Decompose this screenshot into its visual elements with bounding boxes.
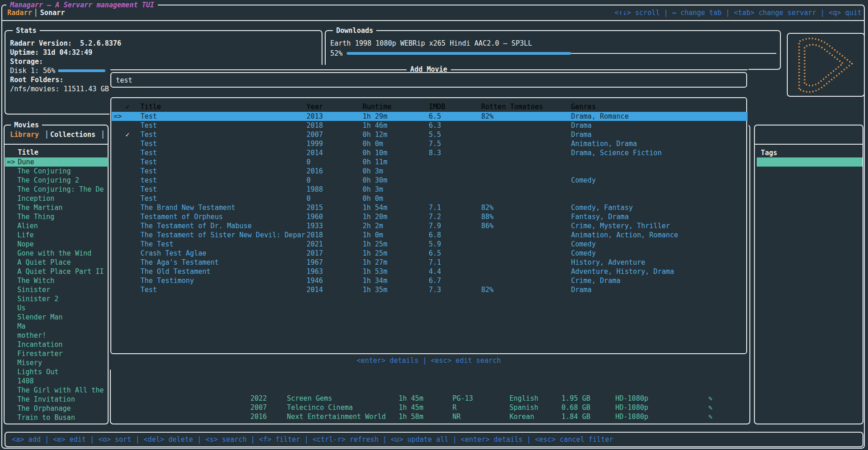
search-result-row[interactable]: Test00h 0m: [111, 194, 746, 203]
search-result-row[interactable]: Crash Test Aglae20171h 25m6.5Comedy: [111, 249, 746, 258]
result-cell-rotten_tomatoes: 88%: [481, 212, 494, 221]
movie-list-item[interactable]: Nope: [5, 240, 108, 249]
search-result-row[interactable]: The Aga's Testament19671h 27m7.1History,…: [111, 258, 746, 267]
movie-list-item[interactable]: The Conjuring: [5, 167, 108, 176]
result-cell-genres: Crime, Mystery, Thriller: [571, 221, 670, 230]
search-result-row[interactable]: Test20160h 3m: [111, 167, 746, 176]
movie-list-item[interactable]: 1408: [5, 377, 108, 386]
result-cell-imdb: 7.2: [429, 212, 441, 221]
tab-library[interactable]: Library: [10, 130, 39, 139]
download-progress-track: [571, 53, 776, 54]
movie-list-item[interactable]: A Quiet Place: [5, 258, 108, 267]
library-cell-year: 2007: [250, 403, 267, 412]
search-result-row[interactable]: The Old Testament19631h 53m4.4Adventure,…: [111, 267, 746, 276]
library-row[interactable]: 2016Next Entertainment World1h 58mNRKore…: [0, 412, 868, 421]
library-row[interactable]: 2007Telecinco Cinema1h 45mRSpanish0.68 G…: [0, 403, 868, 412]
movie-list-item[interactable]: Firestarter: [5, 349, 108, 358]
result-cell-year: 1946: [307, 276, 323, 285]
movie-list-item[interactable]: Slender Man: [5, 313, 108, 322]
movie-list-item[interactable]: Ma: [5, 322, 108, 331]
movie-title: The Thing: [17, 212, 54, 221]
result-cell-imdb: 6.5: [429, 112, 441, 121]
movie-list-item[interactable]: The Girl with All the: [5, 386, 108, 395]
results-col-header-year: Year: [307, 102, 323, 111]
search-result-row[interactable]: The Testimony19461h 34m6.7Crime, Drama: [111, 276, 746, 285]
result-cell-runtime: 1h 46m: [363, 121, 387, 130]
edit-icon[interactable]: ✎: [708, 403, 712, 412]
result-cell-rotten_tomatoes: 82%: [481, 285, 494, 294]
tab-radarr[interactable]: Radarr: [7, 8, 32, 17]
result-cell-genres: Comedy: [571, 240, 596, 249]
search-result-row[interactable]: Test20141h 35m7.382%Drama: [111, 285, 746, 294]
movie-list-item[interactable]: The Thing: [5, 212, 108, 221]
search-result-row[interactable]: =>Test20131h 29m6.582%Drama, Romance: [112, 112, 748, 121]
search-result-row[interactable]: The Testament of Sister New Devil: Depar…: [111, 230, 746, 240]
search-result-row[interactable]: The Brand New Testament20151h 54m7.182%C…: [111, 203, 746, 212]
global-keybind-help: <↑↓> scroll | ↔ change tab | <tab> chang…: [614, 8, 862, 17]
search-result-row[interactable]: Test00h 11m: [111, 157, 746, 167]
movie-title: Us: [17, 303, 26, 313]
result-cell-imdb: 7.9: [429, 221, 441, 230]
result-cell-title: Test: [140, 185, 157, 194]
download-item-title[interactable]: Earth 1998 1080p WEBRip x265 Hindi AAC2.…: [330, 39, 532, 48]
movie-list-item[interactable]: Sinister: [5, 285, 108, 294]
movie-list-item[interactable]: The Conjuring: The De: [5, 185, 108, 194]
movie-list-item[interactable]: The Martian: [5, 203, 108, 212]
result-cell-year: 0: [307, 176, 311, 185]
movie-title: Ma: [17, 322, 26, 331]
movie-list-item[interactable]: The Conjuring 2: [5, 176, 108, 185]
result-cell-year: 2014: [307, 285, 323, 294]
result-cell-genres: Comedy: [571, 249, 596, 258]
tag-row-selected[interactable]: [757, 157, 863, 167]
search-result-row[interactable]: Test19880h 3m: [111, 185, 746, 194]
movie-list-item[interactable]: Incantation: [5, 340, 108, 349]
movie-list-item[interactable]: mother!: [5, 331, 108, 340]
result-cell-runtime: 0h 11m: [363, 157, 387, 167]
movie-list-item[interactable]: =>Dune: [5, 157, 108, 167]
library-row[interactable]: 2022Screen Gems1h 45mPG-13English1.95 GB…: [0, 394, 868, 403]
result-cell-genres: Drama, Romance: [571, 112, 629, 121]
movie-list-item[interactable]: Sinister 2: [5, 294, 108, 303]
search-result-row[interactable]: Test19990h 0m7.5Animation, Drama: [111, 139, 746, 148]
movie-title: A Quiet Place: [17, 258, 71, 267]
search-result-row[interactable]: Test20181h 46m6.3Drama: [111, 121, 746, 130]
library-cell-quality: HD-1080p: [615, 412, 648, 421]
result-cell-year: 1988: [307, 185, 323, 194]
search-result-row[interactable]: The Test20211h 25m5.9Comedy: [111, 240, 746, 249]
movie-list-item[interactable]: Lights Out: [5, 367, 108, 377]
result-cell-imdb: 4.4: [429, 267, 441, 276]
monitored-check-icon: ✓: [125, 130, 130, 139]
result-cell-year: 0: [307, 194, 311, 203]
result-cell-year: 2007: [307, 130, 323, 139]
movie-list-item[interactable]: Us: [5, 303, 108, 313]
library-cell-certification: NR: [452, 412, 461, 421]
search-result-row[interactable]: Testament of Orpheus19601h 20m7.288%Fant…: [111, 212, 746, 221]
tab-collections[interactable]: Collections: [50, 130, 95, 139]
movie-list-item[interactable]: Alien: [5, 221, 108, 230]
result-cell-title: Testament of Orpheus: [140, 212, 223, 221]
movie-search-input[interactable]: [116, 75, 741, 85]
movie-list-item[interactable]: A Quiet Place Part II: [5, 267, 108, 276]
popup-keybind-hint: <enter> details | <esc> edit search: [357, 356, 501, 365]
movie-list-item[interactable]: The Witch: [5, 276, 108, 285]
result-cell-runtime: 1h 53m: [363, 267, 387, 276]
tab-sonarr[interactable]: Sonarr: [40, 8, 65, 17]
result-cell-imdb: 7.1: [429, 203, 441, 212]
movie-title: The Conjuring: The De: [17, 185, 104, 194]
results-col-header-rt: Rotten Tomatoes: [481, 102, 543, 111]
movie-list-item[interactable]: Gone with the Wind: [5, 249, 108, 258]
movies-tabs-divider: [5, 144, 108, 145]
edit-icon[interactable]: ✎: [708, 412, 712, 421]
search-result-row[interactable]: Test20140h 10m8.3Drama, Science Fiction: [111, 148, 746, 157]
search-result-row[interactable]: The Testament of Dr. Mabuse19332h 2m7.98…: [111, 221, 746, 230]
result-cell-title: Test: [140, 285, 157, 294]
library-cell-language: English: [509, 394, 538, 403]
result-cell-imdb: 5.9: [429, 240, 441, 249]
result-cell-title: The Aga's Testament: [140, 258, 219, 267]
search-result-row[interactable]: ✓Test20070h 12m5.5Drama: [111, 130, 746, 139]
movie-list-item[interactable]: Misery: [5, 358, 108, 367]
movie-list-item[interactable]: Life: [5, 230, 108, 240]
edit-icon[interactable]: ✎: [708, 394, 712, 403]
movie-list-item[interactable]: Inception: [5, 194, 108, 203]
search-result-row[interactable]: test00h 30mComedy: [111, 176, 746, 185]
